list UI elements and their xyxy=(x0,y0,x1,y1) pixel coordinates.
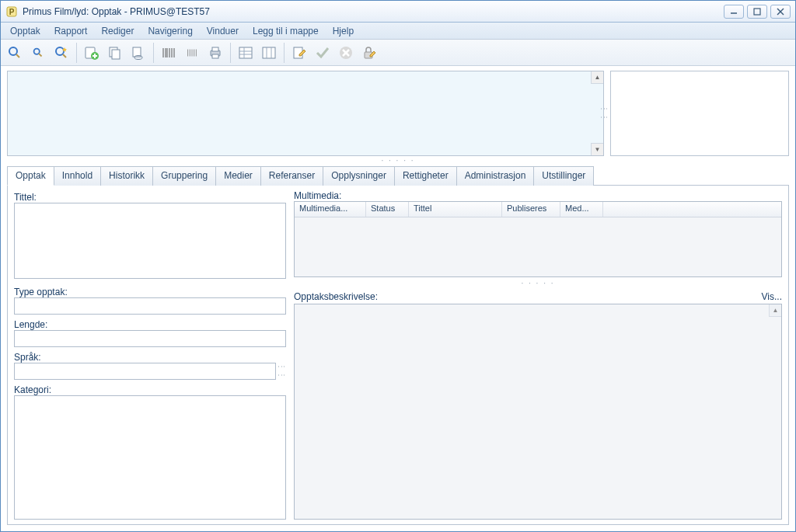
tittel-field[interactable] xyxy=(14,203,286,279)
tab-administrasjon[interactable]: Administrasjon xyxy=(456,166,535,186)
print-icon[interactable] xyxy=(204,42,226,64)
col-status[interactable]: Status xyxy=(366,202,409,217)
multimedia-table-body[interactable] xyxy=(295,217,781,276)
edit-icon[interactable] xyxy=(288,42,310,64)
tab-body-opptak: Tittel: Type opptak: Lengde: Språk: ⋮⋮ K… xyxy=(7,186,789,525)
tab-historikk[interactable]: Historikk xyxy=(100,166,153,186)
svg-point-10 xyxy=(56,47,64,55)
cancel-icon[interactable] xyxy=(335,42,357,64)
col-tittel[interactable]: Tittel xyxy=(409,202,502,217)
vis-link[interactable]: Vis... xyxy=(762,291,782,302)
barcode-icon[interactable] xyxy=(158,42,180,64)
tab-gruppering[interactable]: Gruppering xyxy=(152,166,216,186)
scroll-up-icon[interactable]: ▲ xyxy=(591,71,603,84)
multimedia-table[interactable]: Multimedia... Status Tittel Publiseres M… xyxy=(294,201,782,277)
svg-rect-3 xyxy=(754,9,760,15)
link-icon[interactable] xyxy=(127,42,149,64)
tabstrip: Opptak Innhold Historikk Gruppering Medi… xyxy=(7,165,789,186)
window-title: Primus Film/lyd: Opptak - PRIMUS@TEST57 xyxy=(23,6,724,17)
svg-line-9 xyxy=(39,53,42,56)
svg-rect-33 xyxy=(212,54,218,58)
svg-text:P: P xyxy=(9,8,15,16)
menu-vinduer[interactable]: Vinduer xyxy=(201,24,245,38)
search-star-icon[interactable] xyxy=(51,42,72,64)
label-opptaksbeskrivelse: Opptaksbeskrivelse: xyxy=(294,291,378,302)
tab-opptak[interactable]: Opptak xyxy=(7,166,54,186)
right-split-handle[interactable]: · · · · · xyxy=(294,279,782,287)
titlebar: P Primus Film/lyd: Opptak - PRIMUS@TEST5… xyxy=(1,1,795,23)
svg-point-8 xyxy=(34,48,40,54)
toolbar-separator xyxy=(284,43,285,63)
search-icon[interactable] xyxy=(4,42,26,64)
info-panel[interactable]: ▲ ▼ xyxy=(7,71,604,156)
barcode-small-icon[interactable] xyxy=(181,42,203,64)
tab-utstillinger[interactable]: Utstillinger xyxy=(533,166,594,186)
scroll-down-icon[interactable]: ▼ xyxy=(591,143,603,155)
tab-referanser[interactable]: Referanser xyxy=(260,166,323,186)
desc-scroll-up-icon[interactable]: ▲ xyxy=(769,304,781,317)
svg-point-6 xyxy=(9,47,17,55)
lock-edit-icon[interactable] xyxy=(358,42,380,64)
svg-line-11 xyxy=(63,54,66,57)
label-tittel: Tittel: xyxy=(14,192,286,203)
label-sprak: Språk: xyxy=(14,352,286,363)
content-area: ▲ ▼ ⋮⋮ · · · · · Opptak Innhold Historik… xyxy=(1,66,795,531)
toolbar-separator xyxy=(153,43,154,63)
menu-legg-til-i-mappe[interactable]: Legg til i mappe xyxy=(246,24,325,38)
confirm-icon[interactable] xyxy=(312,42,333,64)
svg-rect-34 xyxy=(239,47,252,58)
col-multimedia[interactable]: Multimedia... xyxy=(295,202,366,217)
sprak-more-handle-icon[interactable]: ⋮⋮ xyxy=(278,363,286,380)
col-med[interactable]: Med... xyxy=(560,202,603,217)
col-spacer xyxy=(603,202,781,217)
label-type-opptak: Type opptak: xyxy=(14,287,286,297)
opptaksbeskrivelse-field[interactable]: ▲ xyxy=(294,304,782,520)
lengde-field[interactable] xyxy=(14,330,286,347)
toolbar-separator xyxy=(76,43,77,63)
right-column: Multimedia: Multimedia... Status Tittel … xyxy=(294,190,782,520)
preview-panel xyxy=(610,71,789,156)
col-publiseres[interactable]: Publiseres xyxy=(502,202,560,217)
split-handle-icon[interactable]: ⋮⋮ xyxy=(600,105,609,122)
svg-rect-17 xyxy=(112,50,120,59)
close-button[interactable] xyxy=(770,5,791,19)
toolbar xyxy=(1,40,795,66)
new-record-icon[interactable] xyxy=(81,42,103,64)
maximize-button[interactable] xyxy=(747,5,767,19)
menu-navigering[interactable]: Navigering xyxy=(141,24,198,38)
svg-line-7 xyxy=(16,54,19,57)
grid-icon[interactable] xyxy=(235,42,257,64)
minimize-button[interactable] xyxy=(724,5,744,19)
label-lengde: Lengde: xyxy=(14,319,286,330)
window-controls xyxy=(724,5,791,19)
left-column: Tittel: Type opptak: Lengde: Språk: ⋮⋮ K… xyxy=(14,190,286,520)
search-small-icon[interactable] xyxy=(27,42,49,64)
svg-rect-32 xyxy=(212,47,218,51)
kategori-field[interactable] xyxy=(14,395,286,520)
sprak-field[interactable] xyxy=(14,363,276,380)
menu-hjelp[interactable]: Hjelp xyxy=(326,24,360,38)
label-kategori: Kategori: xyxy=(14,384,286,395)
app-icon: P xyxy=(5,5,18,18)
svg-rect-38 xyxy=(263,47,275,58)
label-multimedia: Multimedia: xyxy=(294,190,782,201)
app-window: P Primus Film/lyd: Opptak - PRIMUS@TEST5… xyxy=(0,0,796,532)
toolbar-separator xyxy=(230,43,231,63)
copy-icon[interactable] xyxy=(104,42,126,64)
menubar: Opptak Rapport Rediger Navigering Vindue… xyxy=(1,23,795,40)
tab-rettigheter[interactable]: Rettigheter xyxy=(394,166,457,186)
horizontal-split-handle[interactable]: · · · · · xyxy=(7,156,789,164)
tab-innhold[interactable]: Innhold xyxy=(54,166,101,186)
menu-rapport[interactable]: Rapport xyxy=(48,24,94,38)
type-opptak-field[interactable] xyxy=(14,297,286,315)
multimedia-table-header: Multimedia... Status Tittel Publiseres M… xyxy=(295,202,781,217)
columns-icon[interactable] xyxy=(258,42,280,64)
menu-rediger[interactable]: Rediger xyxy=(95,24,140,38)
menu-opptak[interactable]: Opptak xyxy=(4,24,47,38)
top-panels: ▲ ▼ ⋮⋮ xyxy=(7,71,789,156)
tab-opplysninger[interactable]: Opplysninger xyxy=(323,166,395,186)
tab-medier[interactable]: Medier xyxy=(215,166,261,186)
